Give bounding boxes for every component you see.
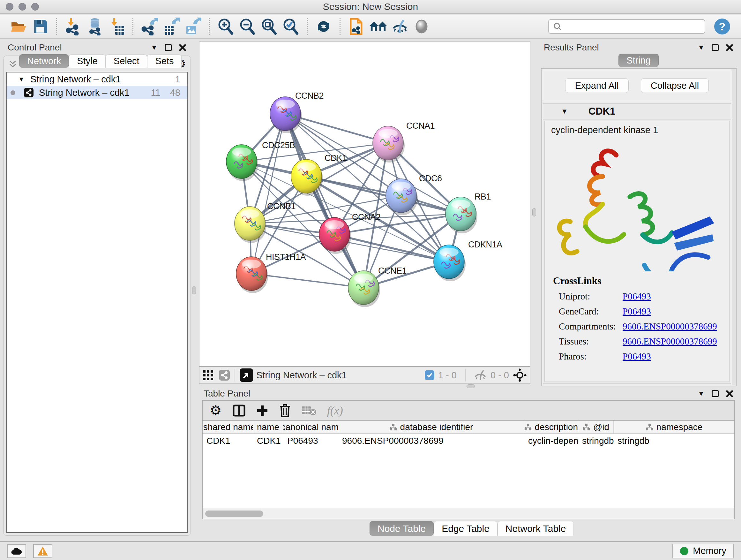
search-input[interactable]: [565, 21, 701, 32]
tab-network-table[interactable]: Network Table: [497, 521, 574, 536]
tab-label: Network: [27, 56, 61, 66]
panel-menu-caret-icon[interactable]: ▼: [151, 44, 158, 51]
memory-button[interactable]: Memory: [672, 544, 734, 558]
import-table-file-button[interactable]: [107, 17, 126, 36]
delete-column-icon[interactable]: [279, 404, 291, 417]
tab-network[interactable]: Network: [19, 54, 69, 68]
close-panel-icon[interactable]: [726, 390, 733, 397]
table-row[interactable]: CDK1 CDK1 P06493 9606.ENSP00000378699 cy…: [203, 434, 734, 448]
tab-label: String: [626, 55, 651, 66]
add-column-icon[interactable]: [256, 405, 268, 417]
selected-nodes-checkbox[interactable]: [425, 370, 434, 380]
collapse-all-networks-icon[interactable]: [8, 59, 17, 69]
node-count: 11: [151, 87, 160, 98]
network-node-ccna1[interactable]: CCNA1: [373, 121, 434, 163]
tab-edge-table[interactable]: Edge Table: [434, 521, 497, 536]
column-header[interactable]: shared name: [203, 421, 253, 433]
column-header[interactable]: canonical name: [283, 421, 338, 433]
float-panel-icon[interactable]: [712, 390, 719, 397]
toolbar-search[interactable]: [548, 19, 705, 34]
new-network-document-icon: [347, 17, 365, 36]
save-session-button[interactable]: [31, 17, 50, 36]
import-network-icon: [64, 17, 82, 36]
zoom-selected-button[interactable]: [281, 17, 300, 36]
close-panel-icon[interactable]: [726, 44, 733, 51]
node-label-ccna2: CCNA2: [352, 212, 381, 222]
tab-node-table[interactable]: Node Table: [369, 521, 434, 536]
collection-caret-icon[interactable]: ▼: [18, 76, 24, 83]
column-header[interactable]: @id: [578, 421, 614, 433]
crosslink-link[interactable]: P06493: [623, 351, 651, 362]
delete-table-icon[interactable]: [301, 405, 316, 416]
network-node-rb1[interactable]: RB1: [446, 192, 491, 233]
panel-menu-caret-icon[interactable]: ▼: [697, 44, 704, 51]
network-node-hist1h1a[interactable]: HIST1H1A: [236, 252, 306, 293]
network-row[interactable]: String Network – cdk1 11 48: [7, 86, 187, 99]
network-node-ccnb2[interactable]: CCNB2: [270, 91, 324, 133]
float-panel-icon[interactable]: [712, 44, 719, 51]
column-header[interactable]: namespace: [614, 421, 734, 433]
zoom-fit-button[interactable]: [260, 17, 278, 36]
birds-eye-view-icon[interactable]: [240, 368, 253, 382]
export-image-button[interactable]: [184, 17, 202, 36]
first-neighbors-button[interactable]: [369, 17, 387, 36]
gene-caret-icon[interactable]: ▼: [561, 108, 568, 115]
hidden-counts: 0 - 0: [490, 370, 509, 381]
search-icon: [553, 22, 562, 31]
tab-label: Style: [77, 56, 97, 66]
function-builder-icon[interactable]: f(x): [327, 404, 343, 417]
cloud-status-button[interactable]: [7, 544, 26, 558]
open-session-button[interactable]: [9, 17, 28, 36]
tab-string[interactable]: String: [618, 54, 659, 67]
export-table-button[interactable]: [162, 17, 180, 36]
hide-selected-button[interactable]: [391, 17, 409, 36]
show-columns-icon[interactable]: [232, 404, 246, 417]
float-panel-icon[interactable]: [165, 44, 172, 51]
crosslink-link[interactable]: P06493: [623, 306, 651, 317]
import-network-database-button[interactable]: [85, 17, 104, 36]
new-network-from-selection-button[interactable]: [347, 17, 366, 36]
table-options-gear-icon[interactable]: ⚙: [210, 404, 222, 417]
crosslink-link[interactable]: P06493: [623, 291, 651, 302]
table-horizontal-scrollbar[interactable]: [203, 508, 734, 519]
scrollbar-thumb[interactable]: [205, 510, 263, 517]
export-network-button[interactable]: [140, 17, 158, 36]
column-header[interactable]: database identifier: [338, 421, 524, 433]
panel-menu-caret-icon[interactable]: ▼: [697, 390, 704, 397]
network-collection-row[interactable]: ▼ String Network – cdk1 1: [7, 72, 187, 86]
right-splitter-handle[interactable]: [532, 208, 536, 216]
expand-all-button[interactable]: Expand All: [565, 78, 629, 93]
results-scrollbar[interactable]: [732, 69, 736, 385]
apply-layout-button[interactable]: [314, 17, 333, 36]
crosshair-icon[interactable]: [513, 368, 527, 382]
close-panel-icon[interactable]: [179, 44, 186, 51]
crosslink-link[interactable]: 9606.ENSP00000378699: [623, 321, 717, 332]
tab-select[interactable]: Select: [106, 54, 147, 68]
zoom-in-button[interactable]: [216, 17, 235, 36]
left-splitter-handle[interactable]: [192, 286, 196, 294]
zoom-in-icon: [217, 17, 234, 36]
gene-section-header[interactable]: ▼ CDK1: [543, 104, 731, 119]
hidden-eye-icon[interactable]: [474, 370, 487, 381]
button-label: Expand All: [575, 80, 619, 91]
column-header[interactable]: name: [253, 421, 283, 433]
network-node-cdc6[interactable]: CDC6: [386, 174, 442, 215]
crosslink-link[interactable]: 9606.ENSP00000378699: [623, 336, 717, 347]
zoom-out-button[interactable]: [238, 17, 257, 36]
import-network-file-button[interactable]: [64, 17, 82, 36]
glass-ball-effect-button[interactable]: [412, 17, 431, 36]
collapse-all-button[interactable]: Collapse All: [641, 78, 709, 93]
tab-sets[interactable]: Sets: [147, 54, 182, 68]
column-header[interactable]: description: [524, 421, 578, 433]
grid-mode-icon[interactable]: [203, 370, 213, 381]
warnings-button[interactable]: [33, 544, 52, 558]
network-node-ccne1[interactable]: CCNE1: [348, 266, 407, 307]
network-canvas[interactable]: CCNB2CCNA1CDC25BCDK1CDC6RB1CCNB1CCNA2CDK…: [199, 42, 530, 366]
horizontal-splitter-handle[interactable]: [467, 384, 475, 388]
tab-style[interactable]: Style: [69, 54, 105, 68]
help-button[interactable]: ?: [714, 18, 730, 35]
share-view-icon[interactable]: [219, 369, 230, 381]
import-database-icon: [86, 17, 104, 36]
network-node-cdkn1a[interactable]: CDKN1A: [434, 240, 502, 281]
network-node-cdc25b[interactable]: CDC25B: [226, 140, 295, 181]
